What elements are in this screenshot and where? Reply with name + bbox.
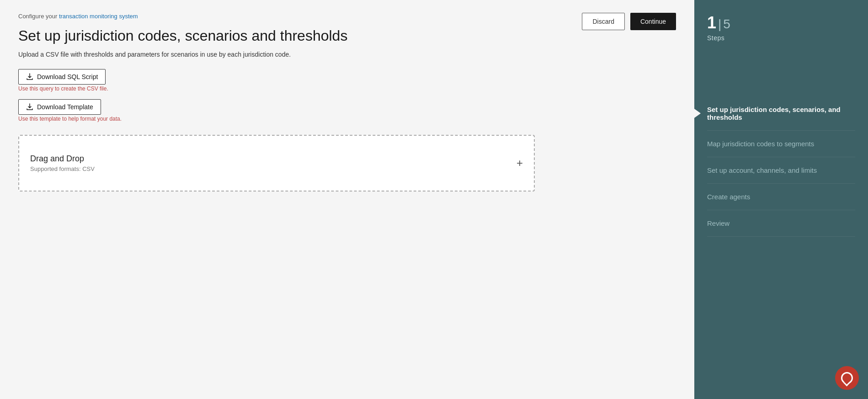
download-template-group: Download Template Use this template to h… — [18, 99, 676, 126]
breadcrumb-link[interactable]: transaction monitoring system — [59, 13, 138, 20]
steps-total: 5 — [723, 17, 730, 32]
download-template-icon — [26, 103, 33, 111]
steps-current: 1 — [707, 15, 716, 31]
file-drop-zone[interactable]: Drag and Drop Supported formats: CSV + — [18, 135, 535, 192]
steps-header: 1 | 5 — [707, 15, 855, 32]
continue-button[interactable]: Continue — [630, 13, 676, 30]
chat-bubble[interactable] — [835, 366, 859, 390]
download-template-button[interactable]: Download Template — [18, 99, 101, 115]
page-description: Upload a CSV file with thresholds and pa… — [18, 51, 676, 58]
drop-zone-title: Drag and Drop — [30, 154, 95, 164]
sidebar: 1 | 5 Steps Set up jurisdiction codes, s… — [694, 0, 868, 399]
main-content: Configure your transaction monitoring sy… — [0, 0, 694, 399]
download-template-helper: Use this template to help format your da… — [18, 116, 676, 122]
download-sql-group: Download SQL Script Use this query to cr… — [18, 69, 676, 96]
download-sql-button[interactable]: Download SQL Script — [18, 69, 106, 85]
drop-zone-subtitle: Supported formats: CSV — [30, 165, 95, 172]
download-template-label: Download Template — [37, 103, 93, 111]
download-sql-label: Download SQL Script — [37, 73, 98, 80]
drop-zone-plus-icon: + — [517, 157, 523, 170]
chat-icon — [841, 372, 853, 384]
sidebar-step-5[interactable]: Review — [707, 210, 855, 237]
steps-divider: | — [718, 17, 721, 32]
page-title: Set up jurisdiction codes, scenarios and… — [18, 27, 676, 44]
sidebar-steps: Set up jurisdiction codes, scenarios, an… — [707, 96, 855, 237]
steps-label: Steps — [707, 34, 855, 42]
action-buttons-row: Download SQL Script Use this query to cr… — [18, 69, 676, 126]
sidebar-step-2[interactable]: Map jurisdiction codes to segments — [707, 131, 855, 157]
discard-button[interactable]: Discard — [582, 13, 624, 30]
breadcrumb: Configure your transaction monitoring sy… — [18, 13, 676, 20]
sidebar-step-4[interactable]: Create agents — [707, 184, 855, 210]
download-sql-helper: Use this query to create the CSV file. — [18, 85, 676, 92]
sidebar-step-3[interactable]: Set up account, channels, and limits — [707, 157, 855, 184]
sidebar-step-1[interactable]: Set up jurisdiction codes, scenarios, an… — [707, 96, 855, 131]
download-sql-icon — [26, 73, 33, 80]
drop-zone-text: Drag and Drop Supported formats: CSV — [30, 154, 95, 172]
header-actions: Discard Continue — [582, 13, 676, 30]
